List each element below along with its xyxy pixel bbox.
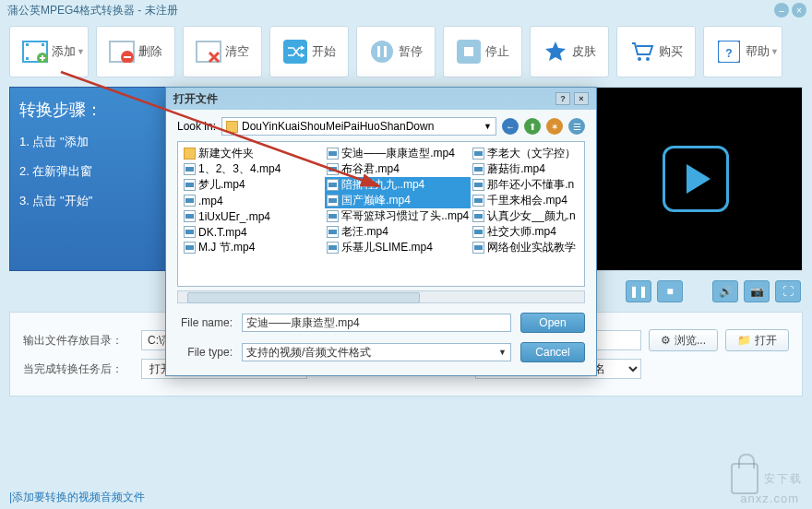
file-item[interactable]: .mp4 — [182, 193, 325, 208]
file-browser[interactable]: 新建文件夹1、2、3、4.mp4梦儿.mp4.mp41iUxUEr_.mp4DK… — [177, 141, 585, 287]
file-item[interactable]: 国产巅峰.mp4 — [325, 193, 471, 208]
preview-fullscreen-button[interactable]: ⛶ — [775, 280, 801, 302]
file-item[interactable]: 乐基儿SLIME.mp4 — [325, 240, 471, 255]
filename-input[interactable] — [242, 314, 511, 332]
lock-icon — [731, 463, 758, 494]
video-file-icon — [472, 195, 484, 207]
film-add-icon — [22, 39, 48, 65]
video-file-icon — [327, 148, 339, 160]
file-item[interactable]: 认真少女__颜九.n — [471, 208, 580, 224]
chevron-down-icon: ▼ — [770, 47, 779, 56]
svg-rect-15 — [464, 47, 473, 56]
stop-button[interactable]: 停止 — [443, 26, 522, 77]
filetype-select[interactable]: 支持的视频/音频文件格式 ▼ — [242, 343, 511, 361]
horizontal-scrollbar[interactable] — [177, 290, 585, 303]
video-file-icon — [472, 226, 484, 238]
preview-stop-button[interactable]: ■ — [657, 280, 683, 302]
film-clear-icon — [196, 39, 221, 65]
look-in-combo[interactable]: DouYinKuaiShouMeiPaiHuoShanDown ▼ — [221, 117, 496, 136]
start-button[interactable]: 开始 — [269, 26, 349, 77]
minimize-button[interactable]: – — [774, 3, 789, 18]
video-file-icon — [327, 163, 339, 175]
video-file-icon — [184, 210, 196, 222]
file-item[interactable]: 千里来相会.mp4 — [471, 193, 580, 208]
look-in-label: Look in: — [177, 120, 216, 133]
dialog-close-button[interactable]: × — [574, 92, 589, 105]
file-item[interactable]: 陪播程九九..mp4 — [325, 177, 471, 193]
svg-rect-13 — [384, 46, 387, 57]
dialog-title-bar[interactable]: 打开文件 ? × — [166, 88, 596, 110]
pause-button[interactable]: 暂停 — [356, 26, 436, 77]
delete-button[interactable]: 删除 — [96, 26, 175, 77]
file-item[interactable]: 1、2、3、4.mp4 — [182, 161, 325, 177]
file-item[interactable]: 蘑菇街.mp4 — [471, 161, 580, 177]
dialog-help-button[interactable]: ? — [555, 92, 570, 105]
file-item[interactable]: 1iUxUEr_.mp4 — [182, 208, 325, 224]
chevron-down-icon: ▼ — [484, 122, 492, 131]
file-item[interactable]: DK.T.mp4 — [182, 224, 325, 240]
buy-button[interactable]: 购买 — [616, 26, 696, 77]
title-bar: 蒲公英MPEG4格式转换器 - 未注册 — [0, 0, 812, 20]
help-button[interactable]: ?帮助▼ — [703, 26, 782, 77]
svg-point-11 — [371, 41, 393, 63]
video-file-icon — [472, 179, 484, 191]
video-file-icon — [327, 179, 339, 191]
preview-volume-button[interactable]: 🔊 — [712, 280, 738, 302]
add-button[interactable]: 添加▼ — [9, 26, 89, 77]
new-folder-icon[interactable]: ✶ — [546, 118, 563, 135]
file-item[interactable]: 李老大（文字控） — [471, 146, 580, 161]
back-icon[interactable]: ← — [502, 118, 519, 135]
clear-button[interactable]: 清空 — [183, 26, 262, 77]
skin-button[interactable]: 皮肤 — [530, 26, 609, 77]
open-dir-button[interactable]: 📁打开 — [725, 329, 789, 351]
window-controls: – × — [774, 3, 806, 18]
svg-rect-2 — [26, 57, 29, 60]
video-file-icon — [327, 226, 339, 238]
stop-icon — [456, 39, 482, 65]
video-file-icon — [184, 195, 196, 207]
folder-icon — [184, 148, 196, 160]
steps-title: 转换步骤： — [19, 99, 165, 121]
view-menu-icon[interactable]: ☰ — [568, 118, 585, 135]
step-1: 1. 点击 "添加 — [19, 134, 165, 150]
play-icon[interactable] — [663, 146, 729, 212]
preview-snapshot-button[interactable]: 📷 — [744, 280, 770, 302]
file-item[interactable]: 军哥篮球习惯过了头..mp4 — [325, 208, 471, 224]
file-item[interactable]: 安迪——康康造型.mp4 — [325, 146, 471, 161]
file-item[interactable]: 网络创业实战教学 — [471, 240, 580, 255]
file-item[interactable]: 新建文件夹 — [182, 146, 325, 161]
browse-button[interactable]: ⚙浏览... — [649, 329, 718, 351]
file-item[interactable]: 社交大师.mp4 — [471, 224, 580, 240]
svg-rect-3 — [42, 43, 44, 46]
svg-point-16 — [638, 57, 641, 61]
file-item[interactable]: M.J 节.mp4 — [182, 240, 325, 255]
cancel-button[interactable]: Cancel — [520, 342, 585, 362]
step-3: 3. 点击 "开始" — [19, 193, 165, 209]
preview-pause-button[interactable]: ❚❚ — [626, 280, 651, 302]
watermark-sub: anxz.com — [740, 491, 799, 505]
file-item[interactable]: 老汪.mp4 — [325, 224, 471, 240]
video-file-icon — [184, 226, 196, 238]
open-button[interactable]: Open — [520, 313, 585, 333]
open-file-dialog: 打开文件 ? × Look in: DouYinKuaiShouMeiPaiHu… — [165, 87, 597, 376]
file-item[interactable]: 布谷君.mp4 — [325, 161, 471, 177]
folder-icon — [226, 121, 238, 133]
preview-panel — [589, 87, 803, 271]
steps-panel: 转换步骤： 1. 点击 "添加 2. 在新弹出窗 3. 点击 "开始" — [9, 87, 175, 271]
step-2: 2. 在新弹出窗 — [19, 163, 165, 180]
up-icon[interactable]: ⬆ — [524, 118, 541, 135]
filename-label: File name: — [177, 316, 233, 329]
video-file-icon — [184, 242, 196, 254]
gear-icon: ⚙ — [661, 334, 671, 347]
close-button[interactable]: × — [792, 3, 806, 18]
after-task-label: 当完成转换任务后： — [23, 361, 134, 377]
chevron-down-icon: ▼ — [77, 47, 85, 56]
file-item[interactable]: 梦儿.mp4 — [182, 177, 325, 193]
shuffle-icon — [282, 39, 308, 65]
svg-rect-12 — [377, 46, 380, 57]
svg-text:?: ? — [725, 47, 732, 60]
file-item[interactable]: 那年还小不懂事.n — [471, 177, 580, 193]
folder-icon: 📁 — [737, 334, 751, 347]
status-bar: |添加要转换的视频音频文件 — [9, 490, 145, 505]
filetype-label: File type: — [177, 346, 233, 359]
